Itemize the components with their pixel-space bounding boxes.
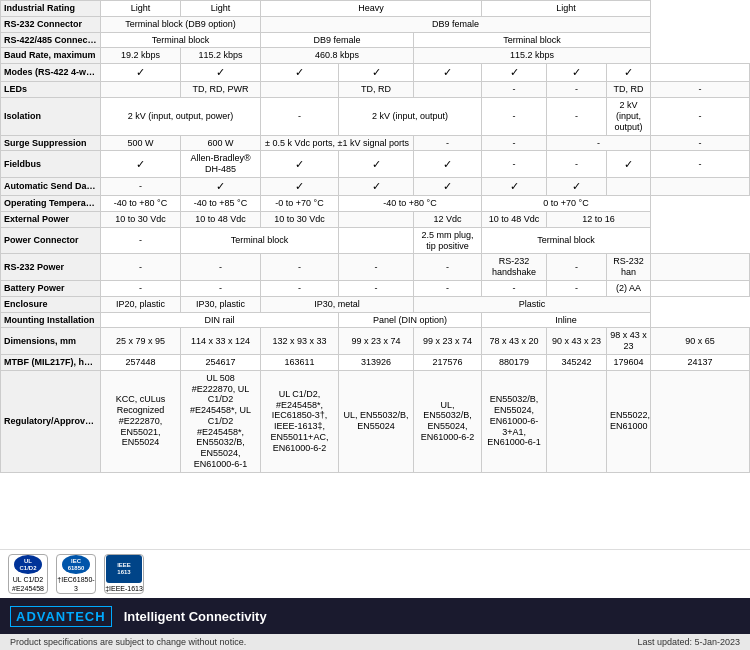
table-cell: 90 x 65 <box>651 328 750 355</box>
table-cell: 10 to 30 Vdc <box>261 211 339 227</box>
table-cell <box>101 82 181 98</box>
table-cell: DIN rail <box>101 312 339 328</box>
table-cell: ✓ <box>482 177 547 195</box>
table-cell: - <box>482 98 547 135</box>
table-cell <box>651 280 750 296</box>
table-cell: - <box>482 82 547 98</box>
table-row: Surge Suppression500 W600 W± 0.5 k Vdc p… <box>1 135 750 151</box>
table-cell: 90 x 43 x 23 <box>547 328 607 355</box>
table-cell: 115.2 kbps <box>181 48 261 64</box>
table-cell: ✓ <box>482 64 547 82</box>
table-cell: TD, RD, PWR <box>181 82 261 98</box>
table-cell <box>339 211 414 227</box>
row-label: Regulatory/Approvals/ Certifications <box>1 370 101 472</box>
table-row: Dimensions, mm25 x 79 x 95114 x 33 x 124… <box>1 328 750 355</box>
company-logo: ADVANTECH <box>10 606 112 627</box>
table-cell: - <box>547 135 651 151</box>
table-cell: - <box>547 151 607 178</box>
table-cell: ✓ <box>101 151 181 178</box>
table-cell: - <box>547 254 607 281</box>
table-cell: 78 x 43 x 20 <box>482 328 547 355</box>
row-label: Operating Temperature <box>1 196 101 212</box>
table-cell: 25 x 79 x 95 <box>101 328 181 355</box>
table-cell: IP30, plastic <box>181 296 261 312</box>
specs-table: Industrial RatingLightLightHeavyLightRS-… <box>0 0 750 473</box>
table-cell: - <box>651 82 750 98</box>
table-cell: IP30, metal <box>261 296 414 312</box>
table-cell: Heavy <box>261 1 482 17</box>
table-cell: - <box>261 98 339 135</box>
table-cell: ✓ <box>181 64 261 82</box>
table-cell: 217576 <box>414 354 482 370</box>
table-cell: ✓ <box>414 64 482 82</box>
table-row: MTBF (MIL217F), hours2574482546171636113… <box>1 354 750 370</box>
table-cell: 2 kV (input, output) <box>607 98 651 135</box>
table-cell: - <box>651 151 750 178</box>
table-cell: - <box>482 280 547 296</box>
table-row: RS-232 Power-----RS-232 handshake-RS-232… <box>1 254 750 281</box>
table-cell: ± 0.5 k Vdc ports, ±1 kV signal ports <box>261 135 414 151</box>
row-label: Isolation <box>1 98 101 135</box>
row-label: External Power <box>1 211 101 227</box>
table-cell: 19.2 kbps <box>101 48 181 64</box>
table-cell <box>607 177 651 195</box>
table-cell: - <box>414 254 482 281</box>
table-row: External Power10 to 30 Vdc10 to 48 Vdc10… <box>1 211 750 227</box>
table-cell: 99 x 23 x 74 <box>339 328 414 355</box>
table-row: Fieldbus✓Allen-Bradley® DH-485✓✓✓--✓- <box>1 151 750 178</box>
table-cell: RS-232 han <box>607 254 651 281</box>
row-label: Enclosure <box>1 296 101 312</box>
row-label: Battery Power <box>1 280 101 296</box>
table-cell: DB9 female <box>261 16 651 32</box>
table-cell: - <box>651 98 750 135</box>
table-cell: 600 W <box>181 135 261 151</box>
table-cell: 880179 <box>482 354 547 370</box>
table-cell: Panel (DIN option) <box>339 312 482 328</box>
table-cell: ✓ <box>261 177 339 195</box>
row-label: RS-232 Connector <box>1 16 101 32</box>
row-label: Surge Suppression <box>1 135 101 151</box>
table-cell: DB9 female <box>261 32 414 48</box>
table-cell: 2 kV (input, output) <box>339 98 482 135</box>
table-cell: Plastic <box>414 296 651 312</box>
table-cell: ✓ <box>547 177 607 195</box>
table-row: EnclosureIP20, plasticIP30, plasticIP30,… <box>1 296 750 312</box>
table-row: Industrial RatingLightLightHeavyLight <box>1 1 750 17</box>
table-cell: (2) AA <box>607 280 651 296</box>
row-label: RS-232 Power <box>1 254 101 281</box>
table-cell: TD, RD <box>607 82 651 98</box>
table-cell: Terminal block <box>101 32 261 48</box>
table-cell: Terminal block <box>414 32 651 48</box>
table-cell: IP20, plastic <box>101 296 181 312</box>
table-cell: - <box>261 254 339 281</box>
table-cell: UL, EN55032/B, EN55024 <box>339 370 414 472</box>
table-cell: 254617 <box>181 354 261 370</box>
cert-icon-c1d2: ULC1/D2 UL C1/D2#E245458 <box>8 554 48 594</box>
table-cell: 163611 <box>261 354 339 370</box>
table-cell: UL, EN55032/B, EN55024, EN61000-6-2 <box>414 370 482 472</box>
table-cell: - <box>414 135 482 151</box>
table-cell <box>339 227 414 254</box>
table-cell: RS-232 handshake <box>482 254 547 281</box>
table-cell: -0 to +70 °C <box>261 196 339 212</box>
page-wrapper: Industrial RatingLightLightHeavyLightRS-… <box>0 0 750 650</box>
table-cell: Terminal block <box>482 227 651 254</box>
cert-icon-ieee: IEEE1613 ‡IEEE-1613 <box>104 554 144 594</box>
row-label: LEDs <box>1 82 101 98</box>
row-label: Industrial Rating <box>1 1 101 17</box>
table-cell: ✓ <box>607 64 651 82</box>
table-cell: - <box>651 135 750 151</box>
table-cell: ✓ <box>414 151 482 178</box>
table-cell: - <box>339 254 414 281</box>
table-cell: -40 to +80 °C <box>339 196 482 212</box>
footer-note: Product specifications are subject to ch… <box>0 634 750 650</box>
table-cell: 345242 <box>547 354 607 370</box>
table-cell: ✓ <box>101 64 181 82</box>
table-cell: - <box>414 280 482 296</box>
table-cell: 132 x 93 x 33 <box>261 328 339 355</box>
footer-bar: ADVANTECH Intelligent Connectivity <box>0 598 750 634</box>
table-row: Modes (RS-422 4-wire RS485 2 & 4 wire)✓✓… <box>1 64 750 82</box>
table-cell: 10 to 30 Vdc <box>101 211 181 227</box>
table-row: Operating Temperature-40 to +80 °C-40 to… <box>1 196 750 212</box>
table-cell <box>547 370 607 472</box>
